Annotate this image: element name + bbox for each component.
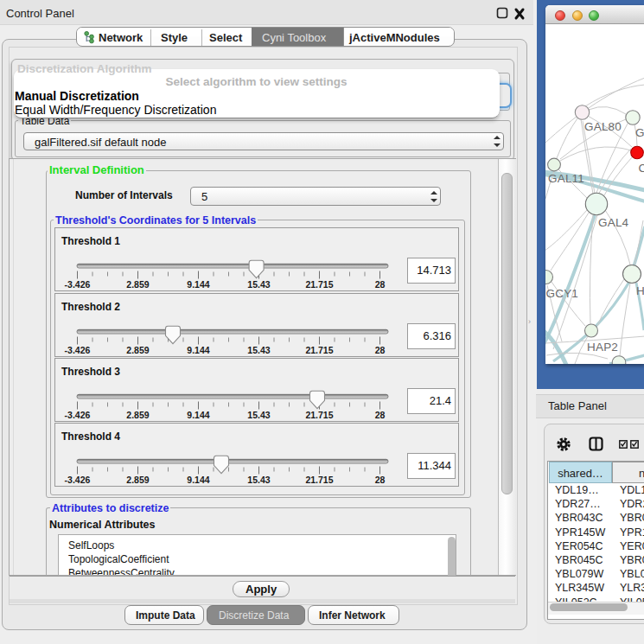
svg-text:GAL11: GAL11 — [548, 172, 584, 185]
svg-text:HAP2: HAP2 — [587, 341, 618, 354]
svg-text:GAL4: GAL4 — [598, 216, 629, 229]
svg-text:GAL80: GAL80 — [584, 120, 622, 133]
svg-text:C…: C… — [639, 162, 644, 175]
svg-text:GA…: GA… — [635, 126, 644, 139]
svg-text:H: H — [636, 284, 644, 297]
svg-text:GCY1: GCY1 — [546, 287, 579, 300]
